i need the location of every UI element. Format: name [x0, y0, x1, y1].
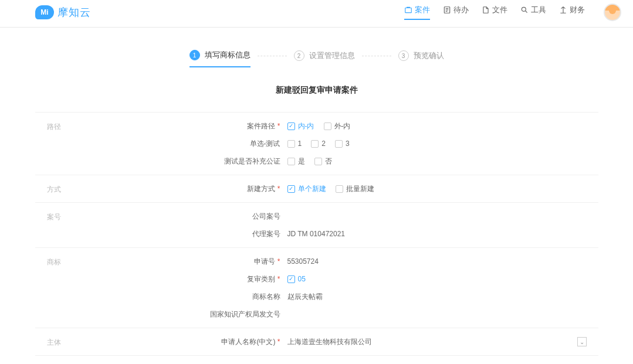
nav-cases[interactable]: 案件 — [404, 5, 430, 20]
step-divider — [362, 56, 391, 56]
top-nav: 案件 待办 文件 工具 财务 — [404, 4, 621, 21]
create-method-label: 新建方式 — [141, 184, 287, 194]
section-method: 方式 新建方式 单个新建 批量新建 — [35, 175, 598, 202]
step-divider — [258, 56, 287, 56]
single-test-1[interactable]: 1 — [287, 140, 302, 148]
agent-caseno-value: JD TM 010472021 — [287, 230, 346, 238]
logo[interactable]: Mi 摩知云 — [35, 5, 91, 19]
create-batch[interactable]: 批量新建 — [336, 184, 374, 194]
section-method-heading: 方式 — [35, 180, 141, 198]
svg-rect-0 — [405, 8, 412, 13]
company-caseno-label: 公司案号 — [141, 212, 287, 222]
step-3[interactable]: 3 预览确认 — [398, 50, 444, 67]
review-cat-label: 复审类别 — [141, 274, 287, 284]
logo-icon: Mi — [35, 5, 54, 19]
section-trademark: 商标 申请号 55305724 复审类别 05 商标名称 赵辰夫帖霸 国家知识产… — [35, 247, 598, 328]
app-no-value: 55305724 — [287, 257, 319, 266]
search-icon — [520, 6, 529, 14]
single-test-3[interactable]: 3 — [335, 140, 350, 148]
case-path-outer[interactable]: 外-内 — [324, 121, 351, 131]
todo-icon — [443, 6, 451, 14]
main-content: 1 填写商标信息 2 设置管理信息 3 预览确认 新建驳回复审申请案件 路径 案… — [35, 28, 598, 364]
create-single[interactable]: 单个新建 — [287, 184, 326, 194]
svg-point-2 — [522, 7, 526, 11]
agent-caseno-label: 代理案号 — [141, 229, 287, 239]
step-2-num: 2 — [294, 50, 304, 61]
single-test-2[interactable]: 2 — [311, 140, 326, 148]
file-icon — [482, 6, 490, 14]
case-path-inner[interactable]: 内-内 — [287, 121, 314, 131]
nav-todo[interactable]: 待办 — [443, 5, 469, 20]
header: Mi 摩知云 案件 待办 文件 工具 财务 — [0, 0, 633, 28]
avatar[interactable] — [604, 4, 621, 21]
single-test-label: 单选-测试 — [141, 139, 287, 149]
section-path: 路径 案件路径 内-内 外-内 单选-测试 1 2 3 测试是否补充公证 — [35, 112, 598, 175]
finance-icon — [559, 6, 567, 14]
page-title: 新建驳回复审申请案件 — [35, 85, 598, 96]
notarize-label: 测试是否补充公证 — [141, 157, 287, 166]
applicant-label: 申请人名称(中文) — [141, 337, 287, 347]
section-path-heading: 路径 — [35, 117, 141, 170]
tm-name-value: 赵辰夫帖霸 — [287, 292, 323, 302]
step-3-num: 3 — [398, 50, 409, 61]
section-split-heading: 分割 — [35, 360, 141, 364]
review-cat-05[interactable]: 05 — [287, 275, 306, 283]
section-caseno: 案号 公司案号 代理案号 JD TM 010472021 — [35, 202, 598, 247]
section-trademark-heading: 商标 — [35, 253, 141, 323]
tm-name-label: 商标名称 — [141, 292, 287, 302]
section-subject: 主体 申请人名称(中文) 上海道壹生物科技有限公司 ⌄ — [35, 328, 598, 355]
steps: 1 填写商标信息 2 设置管理信息 3 预览确认 — [35, 50, 598, 67]
step-1[interactable]: 1 填写商标信息 — [189, 50, 251, 67]
case-path-label: 案件路径 — [141, 121, 287, 131]
case-icon — [404, 6, 412, 14]
expand-icon[interactable]: ⌄ — [577, 337, 587, 346]
logo-text: 摩知云 — [57, 5, 91, 19]
cnipa-label: 国家知识产权局发文号 — [141, 309, 287, 319]
notarize-yes[interactable]: 是 — [287, 157, 305, 166]
section-split: 分割 是否分割 是 否 — [35, 355, 598, 364]
step-1-num: 1 — [189, 50, 200, 60]
nav-files[interactable]: 文件 — [482, 5, 507, 20]
step-2[interactable]: 2 设置管理信息 — [294, 50, 355, 67]
app-no-label: 申请号 — [141, 257, 287, 267]
nav-finance[interactable]: 财务 — [559, 5, 585, 20]
section-caseno-heading: 案号 — [35, 207, 141, 243]
applicant-value: 上海道壹生物科技有限公司 — [287, 337, 372, 347]
nav-tools[interactable]: 工具 — [520, 5, 546, 20]
notarize-no[interactable]: 否 — [314, 157, 332, 166]
section-subject-heading: 主体 — [35, 333, 141, 351]
